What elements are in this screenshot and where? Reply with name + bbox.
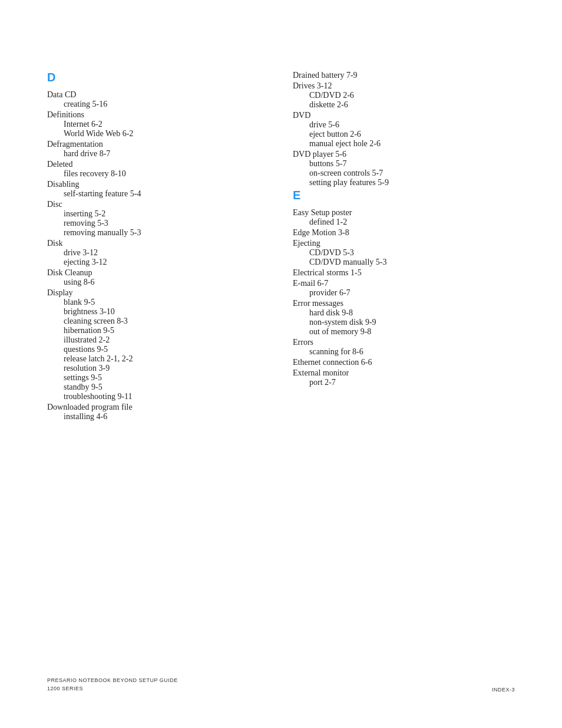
- entry-ethernet: Ethernet connection 6-6: [293, 358, 515, 367]
- section-e-letter: E: [293, 189, 515, 202]
- entry-disk: Disk drive 3-12 ejecting 3-12: [47, 239, 269, 267]
- subterm-illustrated: illustrated 2-2: [47, 335, 269, 345]
- subterm-cddvd-eject: CD/DVD 5-3: [293, 248, 515, 258]
- subterm-brightness: brightness 3-10: [47, 307, 269, 317]
- entry-dvd: DVD drive 5-6 eject button 2-6 manual ej…: [293, 111, 515, 149]
- subterm-questions: questions 9-5: [47, 345, 269, 354]
- subterm-out-of-memory: out of memory 9-8: [293, 327, 515, 337]
- term-edge-motion: Edge Motion 3-8: [293, 228, 515, 238]
- term-downloaded-program: Downloaded program file: [47, 403, 269, 412]
- subterm-standby: standby 9-5: [47, 383, 269, 392]
- entry-disabling: Disabling self-starting feature 5-4: [47, 180, 269, 199]
- section-d-letter: D: [47, 71, 269, 84]
- subterm-dvd-drive: drive 5-6: [293, 120, 515, 130]
- footer-title: Presario Notebook Beyond Setup Guide: [47, 677, 178, 685]
- term-drained-battery: Drained battery 7-9: [293, 71, 515, 80]
- term-disc: Disc: [47, 200, 269, 209]
- entry-data-cd: Data CD creating 5-16: [47, 90, 269, 109]
- term-error-messages: Error messages: [293, 299, 515, 308]
- term-deleted: Deleted: [47, 160, 269, 169]
- subterm-provider: provider 6-7: [293, 288, 515, 298]
- entry-edge-motion: Edge Motion 3-8: [293, 228, 515, 238]
- entry-email: E-mail 6-7 provider 6-7: [293, 279, 515, 298]
- entry-easy-setup: Easy Setup poster defined 1-2: [293, 208, 515, 227]
- subterm-setting-play-features: setting play features 5-9: [293, 178, 515, 187]
- subterm-settings: settings 9-5: [47, 373, 269, 383]
- subterm-inserting: inserting 5-2: [47, 209, 269, 219]
- term-drives: Drives 3-12: [293, 81, 515, 91]
- entry-drives: Drives 3-12 CD/DVD 2-6 diskette 2-6: [293, 81, 515, 110]
- left-column: D Data CD creating 5-16 Definitions Inte…: [47, 71, 269, 423]
- index-content: D Data CD creating 5-16 Definitions Inte…: [47, 71, 515, 423]
- subterm-cleaning-screen: cleaning screen 8-3: [47, 317, 269, 326]
- subterm-blank: blank 9-5: [47, 298, 269, 307]
- entry-downloaded-program: Downloaded program file installing 4-6: [47, 403, 269, 421]
- subterm-non-system-disk: non-system disk 9-9: [293, 318, 515, 327]
- term-ejecting: Ejecting: [293, 239, 515, 248]
- subterm-disk-cleanup-using: using 8-6: [47, 278, 269, 287]
- entry-ejecting: Ejecting CD/DVD 5-3 CD/DVD manually 5-3: [293, 239, 515, 267]
- entry-errors: Errors scanning for 8-6: [293, 338, 515, 357]
- term-disabling: Disabling: [47, 180, 269, 189]
- subterm-files-recovery: files recovery 8-10: [47, 169, 269, 179]
- right-column: Drained battery 7-9 Drives 3-12 CD/DVD 2…: [293, 71, 515, 423]
- subterm-troubleshooting: troubleshooting 9-11: [47, 392, 269, 401]
- entry-error-messages: Error messages hard disk 9-8 non-system …: [293, 299, 515, 337]
- subterm-hard-drive: hard drive 8-7: [47, 149, 269, 159]
- entry-electrical-storms: Electrical storms 1-5: [293, 268, 515, 278]
- term-errors: Errors: [293, 338, 515, 347]
- term-external-monitor: External monitor: [293, 368, 515, 378]
- entry-drained-battery: Drained battery 7-9: [293, 71, 515, 80]
- entry-disc: Disc inserting 5-2 removing 5-3 removing…: [47, 200, 269, 238]
- subterm-release-latch: release latch 2-1, 2-2: [47, 354, 269, 364]
- subterm-diskette: diskette 2-6: [293, 100, 515, 110]
- term-disk: Disk: [47, 239, 269, 248]
- term-dvd: DVD: [293, 111, 515, 120]
- subterm-defined: defined 1-2: [293, 218, 515, 227]
- subterm-disk-ejecting: ejecting 3-12: [47, 258, 269, 267]
- term-definitions: Definitions: [47, 110, 269, 120]
- subterm-cddvd-manually: CD/DVD manually 5-3: [293, 258, 515, 267]
- page-footer: Presario Notebook Beyond Setup Guide 120…: [47, 677, 515, 693]
- subterm-www: World Wide Web 6-2: [47, 129, 269, 139]
- entry-dvd-player: DVD player 5-6 buttons 5-7 on-screen con…: [293, 150, 515, 187]
- term-easy-setup: Easy Setup poster: [293, 208, 515, 218]
- subterm-cddvd-drives: CD/DVD 2-6: [293, 91, 515, 100]
- subterm-scanning: scanning for 8-6: [293, 347, 515, 357]
- subterm-removing-manually: removing manually 5-3: [47, 228, 269, 238]
- term-electrical-storms: Electrical storms 1-5: [293, 268, 515, 278]
- term-data-cd: Data CD: [47, 90, 269, 100]
- page: D Data CD creating 5-16 Definitions Inte…: [0, 0, 562, 728]
- subterm-creating: creating 5-16: [47, 100, 269, 109]
- term-defragmentation: Defragmentation: [47, 140, 269, 149]
- entry-defragmentation: Defragmentation hard drive 8-7: [47, 140, 269, 159]
- subterm-installing: installing 4-6: [47, 412, 269, 421]
- subterm-internet: Internet 6-2: [47, 120, 269, 129]
- term-display: Display: [47, 288, 269, 298]
- subterm-port: port 2-7: [293, 378, 515, 387]
- entry-external-monitor: External monitor port 2-7: [293, 368, 515, 387]
- subterm-disk-drive: drive 3-12: [47, 248, 269, 258]
- subterm-hibernation: hibernation 9-5: [47, 326, 269, 335]
- entry-deleted: Deleted files recovery 8-10: [47, 160, 269, 179]
- subterm-on-screen-controls: on-screen controls 5-7: [293, 169, 515, 178]
- term-disk-cleanup: Disk Cleanup: [47, 268, 269, 278]
- entry-definitions: Definitions Internet 6-2 World Wide Web …: [47, 110, 269, 139]
- subterm-resolution: resolution 3-9: [47, 364, 269, 373]
- entry-disk-cleanup: Disk Cleanup using 8-6: [47, 268, 269, 287]
- footer-page-number: Index-3: [492, 687, 515, 693]
- term-dvd-player: DVD player 5-6: [293, 150, 515, 159]
- subterm-buttons: buttons 5-7: [293, 159, 515, 169]
- footer-subtitle: 1200 Series: [47, 685, 178, 693]
- footer-left-text: Presario Notebook Beyond Setup Guide 120…: [47, 677, 178, 693]
- entry-display: Display blank 9-5 brightness 3-10 cleani…: [47, 288, 269, 401]
- subterm-self-starting: self-starting feature 5-4: [47, 189, 269, 199]
- subterm-removing: removing 5-3: [47, 219, 269, 228]
- subterm-manual-eject-hole: manual eject hole 2-6: [293, 139, 515, 149]
- term-email: E-mail 6-7: [293, 279, 515, 288]
- subterm-hard-disk: hard disk 9-8: [293, 308, 515, 318]
- term-ethernet: Ethernet connection 6-6: [293, 358, 515, 367]
- subterm-eject-button: eject button 2-6: [293, 130, 515, 139]
